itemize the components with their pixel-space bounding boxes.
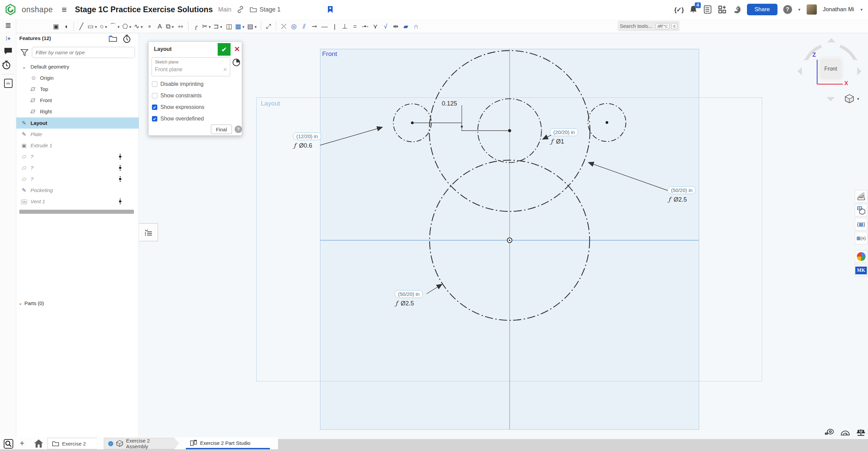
fix-constraint-icon[interactable]: ▰: [401, 20, 411, 32]
tab-exercise-2-part-studio[interactable]: Exercise 2 Part Studio: [186, 438, 270, 449]
new-tab-button[interactable]: +: [20, 438, 24, 448]
equal-constraint-icon[interactable]: =: [350, 20, 360, 32]
point-tool-icon[interactable]: ∘: [144, 20, 155, 32]
chevron-down-icon[interactable]: ▼: [140, 22, 143, 32]
filter-input[interactable]: [32, 47, 135, 58]
option-show-constraints[interactable]: Show constraints: [152, 93, 202, 99]
rectangle-tool-icon[interactable]: ▭▼: [86, 20, 99, 32]
share-button[interactable]: Share: [747, 4, 777, 15]
tape-measure-icon[interactable]: [825, 428, 835, 437]
final-button[interactable]: Final: [211, 125, 232, 134]
user-menu-caret-icon[interactable]: ▼: [860, 8, 863, 12]
tree-item-layout-sketch[interactable]: ✎ Layout: [16, 117, 139, 129]
tree-item-extrude-1[interactable]: ▣ Extrude 1: [16, 140, 139, 151]
learning-center-icon[interactable]: [732, 5, 741, 14]
checkbox-checked[interactable]: ✔: [152, 105, 157, 110]
midpoint-constraint-icon[interactable]: -•-: [360, 20, 370, 32]
tree-item-top-plane[interactable]: Top: [16, 83, 139, 95]
cancel-button[interactable]: ✕: [233, 44, 241, 55]
chevron-down-icon[interactable]: ▼: [129, 22, 132, 32]
roll-arrows-icon[interactable]: [800, 40, 861, 60]
tree-group-default-geometry[interactable]: ⌄ Default geometry: [16, 61, 139, 72]
use-convert-tool-icon[interactable]: ⧉▼: [165, 20, 175, 32]
chevron-down-icon[interactable]: ▼: [254, 22, 257, 32]
fillet-tool-icon[interactable]: ╭: [191, 20, 201, 32]
coincident-constraint-icon[interactable]: ⤬: [279, 20, 289, 32]
import-dxf-tool-icon[interactable]: ▤▼: [246, 20, 258, 32]
comment-icon[interactable]: [0, 47, 16, 55]
suppress-handle-icon[interactable]: [119, 199, 121, 204]
rotate-down-arrow-icon[interactable]: [827, 97, 835, 101]
chevron-down-icon[interactable]: ▼: [94, 22, 98, 32]
sketch-list-flyout-button[interactable]: [139, 223, 158, 241]
tree-item-unknown-3[interactable]: ⬭ ?: [16, 173, 139, 185]
symmetric-constraint-icon[interactable]: ⇹: [391, 20, 401, 32]
suppress-handle-icon[interactable]: [119, 165, 121, 171]
appearance-panel-icon[interactable]: [855, 190, 867, 203]
tangent-constraint-icon[interactable]: ⊸: [309, 20, 319, 32]
dimension-callout-d1[interactable]: (20/20) in ƒØ1: [550, 128, 578, 145]
chevron-down-icon[interactable]: ▼: [117, 22, 120, 32]
tree-item-right-plane[interactable]: Right: [16, 106, 139, 117]
user-name[interactable]: Jonathan Mi: [823, 6, 854, 13]
configurations-panel-icon[interactable]: {▦}: [855, 218, 867, 230]
tree-item-unknown-1[interactable]: ⬭ ?: [16, 151, 139, 162]
polygon-tool-icon[interactable]: ⬠▼: [121, 20, 133, 32]
tasks-icon[interactable]: ≔: [4, 79, 13, 88]
app-store-icon[interactable]: [718, 5, 727, 14]
bom-table-panel-icon[interactable]: [855, 204, 867, 216]
layout-sketch-label[interactable]: Layout: [261, 100, 280, 107]
trim-tool-icon[interactable]: ✂▼: [201, 20, 213, 32]
rotate-right-arrow-icon[interactable]: [857, 67, 862, 75]
suppress-handle-icon[interactable]: [119, 176, 121, 182]
chevron-down-icon[interactable]: ▼: [104, 22, 108, 32]
tab-exercise-2[interactable]: Exercise 2: [47, 438, 102, 449]
arc-tool-icon[interactable]: ⌒▼: [109, 20, 121, 32]
tree-item-vent-1[interactable]: Ve Vent 1: [16, 196, 139, 207]
extrude-tool-icon[interactable]: ▣: [51, 20, 61, 32]
text-tool-icon[interactable]: A: [155, 20, 165, 32]
pattern-tool-icon[interactable]: ▦▼: [234, 20, 246, 32]
vertical-constraint-icon[interactable]: |: [330, 20, 340, 32]
option-show-expressions[interactable]: ✔ Show expressions: [152, 104, 204, 110]
custom-app-mk-icon[interactable]: MK: [855, 264, 867, 277]
revolve-tool-icon[interactable]: ◖: [61, 20, 71, 32]
main-menu-icon[interactable]: ≡: [62, 4, 67, 15]
line-tool-icon[interactable]: ╱: [76, 20, 86, 32]
featurescript-icon[interactable]: {✓}: [674, 6, 684, 14]
help-icon[interactable]: ?: [783, 5, 792, 14]
clear-selection-icon[interactable]: ✕: [223, 67, 227, 73]
front-plane-label[interactable]: Front: [322, 50, 337, 58]
tree-item-unknown-2[interactable]: ⬭ ?: [16, 162, 139, 173]
feature-history-icon[interactable]: [232, 58, 240, 67]
variables-panel-icon[interactable]: ▦(x): [855, 232, 867, 244]
new-folder-icon[interactable]: [108, 35, 117, 42]
help-caret-icon[interactable]: ▼: [798, 8, 801, 12]
horizontal-constraint-icon[interactable]: ―: [319, 20, 330, 32]
custom-app-pie-icon[interactable]: [855, 250, 867, 263]
notifications-bell-icon[interactable]: 4: [689, 5, 697, 14]
view-options-cube-icon[interactable]: ▼: [844, 94, 860, 104]
rollback-stopwatch-icon[interactable]: [122, 34, 132, 43]
dimension-callout-d25-bottom[interactable]: (50/20) in ƒØ2.5: [395, 290, 423, 307]
accept-button[interactable]: ✔: [218, 43, 231, 56]
home-tab-icon[interactable]: [33, 438, 44, 449]
protractor-icon[interactable]: [840, 428, 850, 437]
option-disable-imprinting[interactable]: Disable imprinting: [152, 81, 203, 87]
search-tools-box[interactable]: Search tools... alt/⌥ c: [618, 21, 679, 31]
perpendicular-constraint-icon[interactable]: ⊥: [340, 20, 350, 32]
workspace-name[interactable]: Main: [218, 6, 231, 13]
user-avatar[interactable]: [807, 4, 817, 15]
learning-bookmark-icon[interactable]: [327, 5, 334, 14]
chevron-down-icon[interactable]: ▼: [208, 22, 211, 32]
tree-item-plate-sketch[interactable]: ✎ Plate: [16, 129, 139, 140]
checkbox-unchecked[interactable]: [152, 93, 157, 98]
measure-tool-icon[interactable]: ⤢: [263, 20, 274, 32]
dimension-tool-icon[interactable]: ⇿: [176, 20, 186, 32]
option-show-overdefined[interactable]: ✔ Show overdefined: [152, 116, 204, 122]
feature-list-toggle-icon[interactable]: ≣: [0, 21, 16, 30]
dimension-callout-d06[interactable]: (12/20) in ƒØ0.6: [293, 132, 321, 149]
offset-tool-icon[interactable]: ⊐▼: [212, 20, 224, 32]
circle-tool-icon[interactable]: ○▼: [99, 20, 109, 32]
document-title[interactable]: Stage 1C Practice Exercise Solutions: [75, 5, 213, 14]
